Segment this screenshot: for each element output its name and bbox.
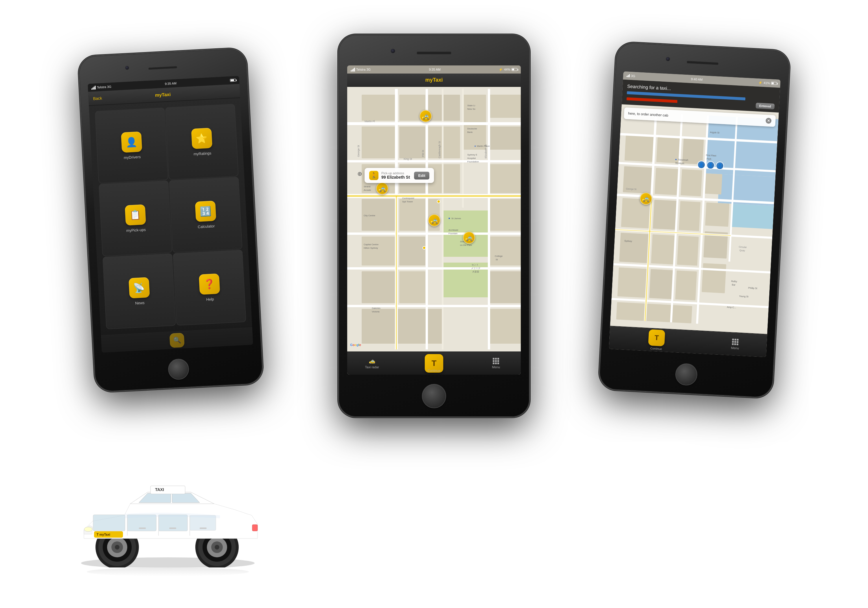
svg-rect-90: [653, 200, 677, 230]
avatar-3: 👤: [716, 162, 724, 170]
svg-text:St: St: [496, 258, 498, 261]
menu-item-calculator[interactable]: 🔢 Calculator: [169, 177, 242, 253]
svg-rect-153: [252, 525, 257, 531]
right-map-svg: George St Circular Quay Argyle St ■ Susa…: [610, 104, 779, 334]
taxi-marker-3: 🚕: [463, 232, 475, 244]
svg-rect-82: [625, 134, 655, 162]
scene: Telstra 3G 9:35 AM Back myTaxi: [29, 29, 839, 579]
menu-item-news[interactable]: 📡 News: [102, 253, 176, 329]
toolbar-taxi-radar[interactable]: 🚕 Taxi radar: [347, 352, 397, 375]
phone-left-speaker: [148, 66, 177, 70]
svg-text:on the Park: on the Park: [460, 244, 472, 246]
grid-dot: [495, 358, 497, 359]
svg-rect-83: [656, 136, 681, 163]
battery-fill-center: [512, 68, 514, 70]
continue-group: T Continue: [648, 329, 665, 351]
phone-center-home-button[interactable]: [422, 384, 446, 408]
toolbar-continue-right[interactable]: T Continue: [609, 327, 705, 353]
svg-rect-91: [679, 201, 701, 231]
grid-dot: [498, 360, 499, 362]
gd: [732, 339, 734, 340]
svg-text:Fountain: Fountain: [448, 232, 457, 235]
taxi-dot-2: [422, 246, 426, 250]
edit-button[interactable]: Edit: [414, 172, 429, 179]
svg-rect-20: [489, 199, 521, 231]
toolbar-menu-center[interactable]: Menu: [471, 352, 521, 375]
battery-fill-left: [231, 79, 234, 81]
svg-rect-26: [489, 271, 521, 303]
svg-text:Syd Tower: Syd Tower: [402, 201, 413, 203]
entered-button[interactable]: Entered: [755, 103, 775, 109]
svg-rect-25: [399, 271, 425, 303]
map-area[interactable]: George St Pitt St Castlereagh St Elizabe…: [347, 87, 521, 351]
svg-text:Bank: Bank: [467, 131, 473, 134]
gd: [735, 339, 736, 340]
menu-item-mydrivers[interactable]: 👤 myDrivers: [95, 108, 168, 183]
svg-rect-87: [655, 168, 679, 195]
gd: [734, 343, 736, 345]
grid-dot: [495, 362, 497, 364]
phone-right-screen: 3G 9:40 AM ⚡ 41% Searching for a taxi...: [609, 71, 780, 357]
svg-rect-23: [489, 236, 521, 266]
battery-fill-right: [772, 82, 774, 84]
svg-text:King St: King St: [404, 157, 412, 160]
grid-dot: [498, 358, 499, 359]
avatar-row: 👤 👤 👤: [697, 160, 724, 170]
myratings-icon: ⭐: [191, 128, 212, 149]
svg-text:First Fleet: First Fleet: [706, 154, 717, 157]
svg-rect-149: [139, 527, 146, 529]
help-icon: ❓: [198, 273, 220, 295]
sig-r2: [628, 75, 629, 77]
grid-dot: [493, 358, 494, 359]
grid-icon-right: [732, 339, 739, 345]
status-right-right: ⚡ 41%: [758, 81, 777, 85]
svg-text:Victoria: Victoria: [372, 310, 380, 313]
svg-rect-98: [649, 269, 674, 299]
svg-rect-8: [428, 126, 460, 159]
t-button-right[interactable]: T: [648, 329, 665, 346]
time-right: 9:40 AM: [691, 77, 703, 81]
help-label: Help: [206, 297, 214, 302]
svg-text:Young St: Young St: [739, 295, 749, 298]
status-left-carrier: Telstra 3G: [91, 85, 112, 90]
svg-rect-151: [200, 527, 206, 529]
signal-bar-2: [93, 87, 93, 89]
status-bar-center: Telstra 3G 9:35 AM ⚡ 44%: [347, 65, 521, 73]
menu-item-mypickups[interactable]: 📋 myPick-ups: [99, 180, 172, 256]
phone-right-home-button[interactable]: [675, 363, 698, 386]
svg-text:T myTaxi: T myTaxi: [97, 533, 110, 536]
battery-left: [230, 79, 236, 82]
phone-left-home-button[interactable]: [167, 358, 189, 380]
notification-close[interactable]: ✕: [766, 118, 772, 124]
map-title-prefix: my: [425, 77, 433, 83]
svg-text:Castlereagh St: Castlereagh St: [438, 141, 441, 159]
phone-center-screen: Telstra 3G 9:35 AM ⚡ 44% myTaxi: [347, 65, 521, 375]
pickup-address: 99 Elizabeth St: [381, 175, 411, 179]
calculator-icon: 🔢: [195, 201, 216, 222]
svg-rect-150: [169, 527, 176, 529]
svg-point-141: [215, 545, 219, 549]
toolbar-menu-right[interactable]: Menu: [703, 331, 767, 357]
svg-text:Amp C...: Amp C...: [727, 306, 736, 309]
mydrivers-label: myDrivers: [124, 155, 141, 160]
status-left-center: Telstra 3G: [351, 68, 370, 72]
sig-r3: [629, 74, 630, 77]
svg-text:Museum: Museum: [675, 162, 684, 165]
svg-text:Relby: Relby: [731, 280, 737, 283]
menu-item-help[interactable]: ❓ Help: [173, 250, 246, 325]
battery-percent-right: 41%: [764, 81, 770, 85]
svg-rect-10: [489, 126, 521, 150]
svg-text:Arcade: Arcade: [364, 189, 371, 191]
taxi-marker-2: 🚕: [376, 182, 388, 194]
right-map-area[interactable]: George St Circular Quay Argyle St ■ Susa…: [610, 104, 779, 334]
avatar-2: 👤: [706, 161, 715, 169]
svg-text:セント: セント: [471, 263, 479, 266]
gd: [737, 341, 738, 343]
nav-back-button[interactable]: Back: [93, 96, 102, 101]
svg-rect-21: [362, 236, 397, 266]
svg-text:Park: Park: [707, 157, 712, 160]
menu-item-myratings[interactable]: ⭐ myRatings: [165, 104, 239, 180]
svg-text:Capital Centre: Capital Centre: [364, 243, 379, 246]
gd: [732, 341, 734, 342]
app-title-prefix-left: my: [155, 92, 162, 98]
